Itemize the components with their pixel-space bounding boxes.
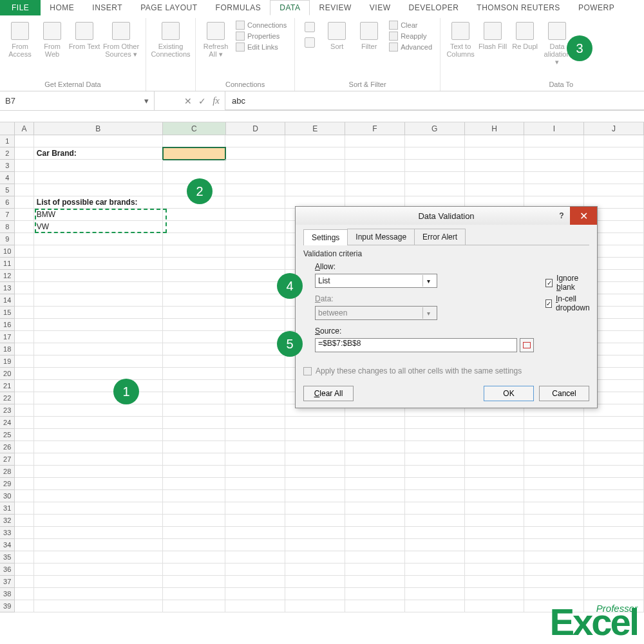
cell-J4[interactable] — [584, 172, 644, 184]
cell-A25[interactable] — [15, 429, 33, 441]
cell-C24[interactable] — [163, 417, 226, 429]
cell-B32[interactable] — [34, 515, 163, 527]
row-header-11[interactable]: 11 — [0, 258, 15, 270]
cell-J29[interactable] — [584, 478, 644, 490]
cell-C36[interactable] — [163, 564, 226, 576]
cell-J25[interactable] — [584, 429, 644, 441]
cell-D14[interactable] — [225, 294, 285, 307]
cell-J32[interactable] — [584, 515, 644, 527]
tab-formulas[interactable]: FORMULAS — [207, 0, 270, 15]
row-header-20[interactable]: 20 — [0, 368, 15, 380]
cell-D36[interactable] — [225, 564, 285, 576]
tab-input-message[interactable]: Input Message — [347, 229, 415, 245]
cell-F28[interactable] — [345, 466, 405, 478]
cell-B25[interactable] — [34, 429, 163, 441]
cell-E31[interactable] — [285, 502, 345, 515]
cell-H24[interactable] — [465, 417, 525, 429]
cell-I26[interactable] — [524, 441, 584, 453]
row-header-38[interactable]: 38 — [0, 588, 15, 600]
select-all-corner[interactable] — [0, 122, 15, 135]
cell-E1[interactable] — [285, 135, 345, 147]
cell-B12[interactable] — [34, 270, 163, 282]
cell-B22[interactable] — [34, 392, 163, 404]
cell-A37[interactable] — [15, 576, 33, 588]
cell-I27[interactable] — [524, 453, 584, 466]
cell-J26[interactable] — [584, 441, 644, 453]
cell-C13[interactable] — [163, 282, 226, 294]
cell-D4[interactable] — [225, 172, 285, 184]
cell-A29[interactable] — [15, 478, 33, 490]
cell-D39[interactable] — [225, 600, 285, 612]
cell-H33[interactable] — [465, 527, 525, 539]
col-header-D[interactable]: D — [226, 122, 286, 135]
row-header-15[interactable]: 15 — [0, 307, 15, 319]
cell-E37[interactable] — [285, 576, 345, 588]
cell-H25[interactable] — [465, 429, 525, 441]
cell-B23[interactable] — [34, 404, 163, 417]
cell-I37[interactable] — [524, 576, 584, 588]
cell-B3[interactable] — [34, 160, 163, 172]
advanced-button[interactable]: Advanced — [389, 43, 432, 52]
cell-D23[interactable] — [225, 404, 285, 417]
cell-G3[interactable] — [405, 160, 465, 172]
cell-D25[interactable] — [225, 429, 285, 441]
cell-A11[interactable] — [15, 258, 33, 270]
cell-E33[interactable] — [285, 527, 345, 539]
cell-I31[interactable] — [524, 502, 584, 515]
cell-B34[interactable] — [34, 539, 163, 551]
cell-B6[interactable]: List of possible car brands: — [34, 196, 163, 209]
cell-G5[interactable] — [405, 184, 465, 196]
cell-H34[interactable] — [465, 539, 525, 551]
cell-G30[interactable] — [405, 490, 465, 502]
cell-C38[interactable] — [163, 588, 226, 600]
cell-H39[interactable] — [465, 600, 525, 612]
cell-D11[interactable] — [225, 258, 285, 270]
cell-H5[interactable] — [465, 184, 525, 196]
cell-E3[interactable] — [285, 160, 345, 172]
cell-F26[interactable] — [345, 441, 405, 453]
cell-B28[interactable] — [34, 466, 163, 478]
cell-C12[interactable] — [163, 270, 226, 282]
cell-D1[interactable] — [225, 135, 285, 147]
row-header-27[interactable]: 27 — [0, 453, 15, 466]
cell-C32[interactable] — [163, 515, 226, 527]
cell-E2[interactable] — [285, 147, 345, 160]
cell-B35[interactable] — [34, 551, 163, 564]
cell-H32[interactable] — [465, 515, 525, 527]
dialog-close-button[interactable]: ✕ — [570, 207, 597, 225]
cell-G27[interactable] — [405, 453, 465, 466]
cell-A31[interactable] — [15, 502, 33, 515]
cell-A15[interactable] — [15, 307, 33, 319]
cell-D30[interactable] — [225, 490, 285, 502]
cell-E38[interactable] — [285, 588, 345, 600]
cell-C10[interactable] — [163, 245, 226, 258]
cell-B11[interactable] — [34, 258, 163, 270]
row-header-19[interactable]: 19 — [0, 355, 15, 368]
flash-fill-button[interactable]: Flash Fill — [477, 18, 509, 79]
cell-B7[interactable]: BMW — [34, 209, 163, 221]
remove-duplicates-button[interactable]: Re Dupl — [509, 18, 541, 79]
cell-B4[interactable] — [34, 172, 163, 184]
row-header-13[interactable]: 13 — [0, 282, 15, 294]
cell-I3[interactable] — [524, 160, 584, 172]
properties-button[interactable]: Properties — [236, 32, 287, 41]
cell-C15[interactable] — [163, 307, 226, 319]
cell-C33[interactable] — [163, 527, 226, 539]
cell-B20[interactable] — [34, 368, 163, 380]
edit-links-button[interactable]: Edit Links — [236, 43, 287, 52]
cell-C34[interactable] — [163, 539, 226, 551]
clear-all-button[interactable]: Clear All — [303, 386, 354, 401]
cell-F36[interactable] — [345, 564, 405, 576]
cell-C19[interactable] — [163, 355, 226, 368]
cell-D31[interactable] — [225, 502, 285, 515]
cell-D2[interactable] — [225, 147, 285, 160]
cell-F5[interactable] — [345, 184, 405, 196]
cell-A28[interactable] — [15, 466, 33, 478]
row-header-37[interactable]: 37 — [0, 576, 15, 588]
cell-F24[interactable] — [345, 417, 405, 429]
cell-A21[interactable] — [15, 380, 33, 392]
cell-E30[interactable] — [285, 490, 345, 502]
cell-J36[interactable] — [584, 564, 644, 576]
connections-button[interactable]: Connections — [236, 21, 287, 30]
cell-C28[interactable] — [163, 466, 226, 478]
